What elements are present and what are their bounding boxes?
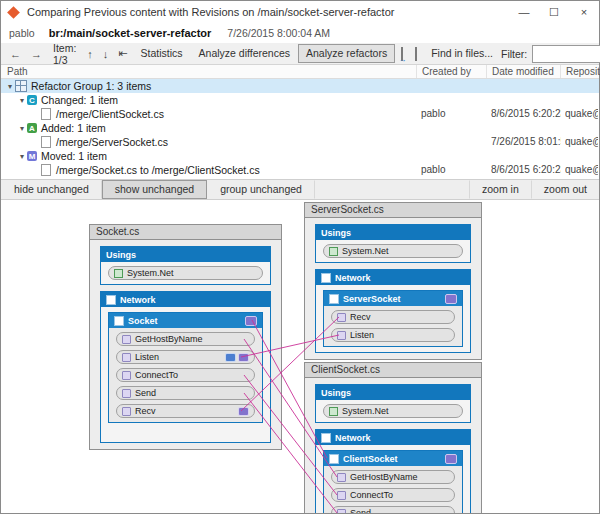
network-header[interactable]: Network: [316, 430, 470, 445]
row-label: Added: 1 item: [41, 122, 106, 134]
file-box-socket[interactable]: Socket.cs Usings System.Net Network: [89, 224, 282, 450]
tree-row-clientsocket[interactable]: /merge/ClientSocket.cs pablo 8/6/2015 6:…: [1, 107, 599, 121]
expander-icon[interactable]: ▾: [17, 96, 27, 105]
member-connectto[interactable]: ConnectTo: [331, 488, 455, 502]
using-system-net[interactable]: System.Net: [108, 266, 263, 280]
timestamp-label: 7/26/2015 8:00:04 AM: [227, 27, 330, 39]
row-label: Changed: 1 item: [41, 94, 118, 106]
member-recv[interactable]: Recv: [116, 404, 255, 418]
namespace-icon: [321, 433, 331, 443]
expander-icon[interactable]: ▾: [5, 82, 15, 91]
file-box-serversocket[interactable]: ServerSocket.cs Usings System.Net Networ…: [304, 202, 482, 360]
class-header[interactable]: ServerSocket: [324, 291, 462, 306]
moved-marker-icon: [238, 407, 249, 416]
analyze-refactors-button[interactable]: Analyze refactors: [298, 44, 395, 63]
statistics-button[interactable]: Statistics: [133, 44, 191, 63]
zoom-out-button[interactable]: zoom out: [531, 180, 599, 199]
member-gethostbyname[interactable]: GetHostByName: [331, 470, 455, 484]
tree-row-serversocket[interactable]: /merge/ServerSocket.cs 7/26/2015 8:01:55…: [1, 135, 599, 149]
using-system-net[interactable]: System.Net: [323, 404, 463, 418]
forward-icon[interactable]: →: [26, 46, 47, 62]
member-send[interactable]: Send: [331, 506, 455, 513]
tree-row-moved[interactable]: ▾ M Moved: 1 item: [1, 149, 599, 163]
minimize-button[interactable]: —: [509, 1, 539, 23]
group-unchanged-button[interactable]: group unchanged: [207, 180, 315, 199]
method-icon: [337, 331, 346, 340]
next-item-icon[interactable]: ↓: [98, 46, 114, 62]
member-listen[interactable]: Listen: [331, 328, 455, 342]
moved-marker-icon: [445, 294, 457, 304]
maximize-button[interactable]: ☐: [539, 1, 569, 23]
zoom-in-button[interactable]: zoom in: [469, 180, 531, 199]
back-icon[interactable]: ←: [5, 46, 26, 62]
member-recv[interactable]: Recv: [331, 310, 455, 324]
network-header[interactable]: Network: [316, 270, 470, 285]
moved-marker-icon: [445, 454, 457, 464]
window-title: Comparing Previous content with Revision…: [27, 6, 394, 18]
row-label: /merge/ServerSocket.cs: [56, 136, 168, 148]
expander-icon[interactable]: ▾: [17, 152, 27, 161]
method-icon: [337, 509, 346, 514]
namespace-icon: [321, 273, 331, 283]
tree-row-socket-moved[interactable]: /merge/Socket.cs to /merge/ClientSocket.…: [1, 163, 599, 177]
analyze-differences-button[interactable]: Analyze differences: [191, 44, 298, 63]
repository-cell: quake@1...: [565, 163, 598, 177]
namespace-icon: [329, 247, 338, 256]
expander-icon[interactable]: ▾: [17, 124, 27, 133]
tree-row-refactor-group[interactable]: ▾ Refactor Group 1: 3 items: [1, 79, 599, 93]
file-icon: [41, 108, 51, 120]
app-icon: [7, 6, 20, 19]
previous-item-icon[interactable]: ↑: [82, 46, 98, 62]
find-in-files-button[interactable]: Find in files...: [423, 44, 501, 63]
tree-row-added[interactable]: ▾ A Added: 1 item: [1, 121, 599, 135]
usings-header[interactable]: Usings: [316, 225, 470, 240]
using-system-net[interactable]: System.Net: [323, 244, 463, 258]
method-icon: [122, 371, 131, 380]
tree-row-changed[interactable]: ▾ C Changed: 1 item: [1, 93, 599, 107]
moved-marker-icon: [245, 316, 257, 326]
usings-section: Usings System.Net: [315, 384, 471, 423]
window-controls: — ☐ ×: [509, 1, 599, 23]
row-label: /merge/Socket.cs to /merge/ClientSocket.…: [56, 164, 260, 176]
method-icon: [337, 473, 346, 482]
repository-cell: quake@1...: [565, 135, 598, 149]
class-name: ClientSocket: [343, 454, 398, 464]
usings-header[interactable]: Usings: [316, 385, 470, 400]
member-label: ConnectTo: [350, 490, 393, 500]
hide-unchanged-button[interactable]: hide unchanged: [1, 180, 102, 199]
class-name: Socket: [128, 316, 158, 326]
usings-header[interactable]: Usings: [101, 247, 270, 262]
toolbar: ← → Item: 1/3 ↑ ↓ ⇤ Statistics Analyze d…: [1, 43, 599, 65]
class-icon: [329, 454, 339, 464]
view-report-icon[interactable]: [415, 47, 417, 61]
column-date-modified[interactable]: Date modified: [486, 65, 565, 78]
namespace-icon: [329, 407, 338, 416]
file-title: Socket.cs: [90, 225, 281, 240]
namespace-icon: [106, 295, 116, 305]
member-gethostbyname[interactable]: GetHostByName: [116, 332, 255, 346]
member-label: Send: [135, 388, 156, 398]
export-report-icon[interactable]: [401, 47, 403, 61]
close-button[interactable]: ×: [569, 1, 599, 23]
class-header[interactable]: ClientSocket: [324, 451, 462, 466]
member-label: Recv: [350, 312, 371, 322]
network-header[interactable]: Network: [101, 292, 270, 307]
column-created-by[interactable]: Created by: [416, 65, 491, 78]
filter-input[interactable]: [532, 45, 600, 63]
usings-title: Usings: [321, 228, 351, 238]
first-item-icon[interactable]: ⇤: [113, 45, 132, 62]
member-send[interactable]: Send: [116, 386, 255, 400]
show-unchanged-button[interactable]: show unchanged: [102, 180, 207, 199]
file-box-clientsocket[interactable]: ClientSocket.cs Usings System.Net Networ…: [304, 362, 482, 513]
usings-section: Usings System.Net: [100, 246, 271, 285]
column-path[interactable]: Path: [1, 65, 421, 78]
class-icon: [329, 294, 339, 304]
class-header[interactable]: Socket: [109, 313, 262, 328]
class-icon: [114, 316, 124, 326]
class-box-socket: Socket GetHostByName Listen: [108, 312, 263, 423]
member-listen[interactable]: Listen: [116, 350, 255, 364]
member-connectto[interactable]: ConnectTo: [116, 368, 255, 382]
filter-label: Filter:: [501, 48, 527, 60]
column-repository[interactable]: Repository: [560, 65, 600, 78]
action-bar: hide unchanged show unchanged group unch…: [1, 179, 599, 200]
